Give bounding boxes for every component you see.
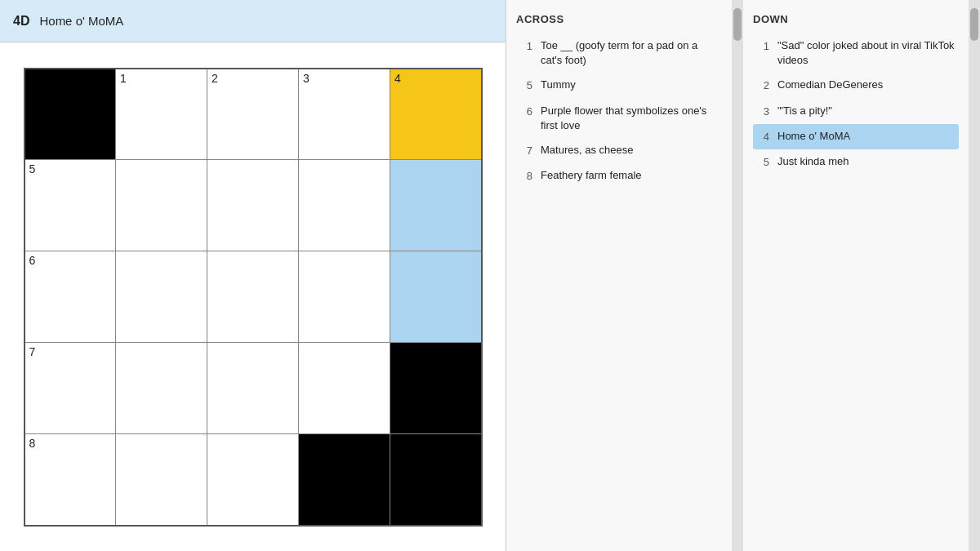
cell-1-1[interactable]	[116, 160, 207, 251]
cell-number-5: 5	[29, 163, 36, 175]
cell-3-0[interactable]: 7	[24, 343, 116, 434]
cell-number-4: 4	[394, 73, 401, 84]
across-clue-8[interactable]: 8Feathery farm female	[516, 163, 722, 189]
down-clue-num-1: 1	[756, 38, 769, 68]
cell-3-3[interactable]	[299, 343, 390, 434]
down-clue-desc-2: Comedian DeGeneres	[777, 78, 956, 93]
cell-4-3[interactable]	[299, 434, 390, 526]
cell-3-1[interactable]	[116, 343, 207, 434]
cell-0-4[interactable]: 4	[390, 69, 482, 160]
down-title: DOWN	[753, 13, 959, 25]
across-clue-desc-6: Purple flower that symbolizes one's firs…	[541, 104, 719, 133]
across-scrollbar[interactable]	[732, 0, 743, 551]
across-clue-num-7: 7	[519, 143, 532, 158]
cell-number-3: 3	[303, 73, 310, 84]
cell-0-1[interactable]: 1	[116, 69, 207, 160]
cell-2-3[interactable]	[299, 251, 390, 343]
across-clue-5[interactable]: 5Tummy	[516, 73, 722, 98]
cell-4-2[interactable]	[207, 434, 299, 526]
down-clue-desc-3: "'Tis a pity!"	[777, 104, 956, 119]
crossword-grid[interactable]: 12345678	[24, 68, 483, 527]
right-panels: ACROSS 1Toe __ (goofy term for a pad on …	[506, 0, 980, 551]
down-clue-1[interactable]: 1"Sad" color joked about in viral TikTok…	[753, 33, 959, 73]
cell-4-1[interactable]	[116, 434, 207, 526]
down-clue-num-3: 3	[756, 104, 769, 119]
cell-3-4[interactable]	[390, 343, 482, 434]
cell-1-2[interactable]	[207, 160, 299, 251]
down-scroll-thumb	[970, 8, 978, 41]
cell-2-4[interactable]	[390, 251, 482, 343]
cell-0-2[interactable]: 2	[207, 69, 299, 160]
cell-2-0[interactable]: 6	[24, 251, 116, 343]
cell-2-1[interactable]	[116, 251, 207, 343]
cell-0-0[interactable]	[24, 69, 116, 160]
cell-number-6: 6	[29, 255, 36, 266]
cell-1-3[interactable]	[299, 160, 390, 251]
across-title: ACROSS	[516, 13, 722, 25]
down-clue-3[interactable]: 3"'Tis a pity!"	[753, 99, 959, 124]
across-clue-desc-5: Tummy	[541, 78, 719, 93]
cell-4-4[interactable]	[390, 434, 482, 526]
cell-0-3[interactable]: 3	[299, 69, 390, 160]
cell-3-2[interactable]	[207, 343, 299, 434]
cell-number-7: 7	[29, 346, 36, 358]
down-clue-desc-5: Just kinda meh	[777, 154, 956, 170]
across-clue-num-5: 5	[519, 78, 532, 93]
across-clue-list: 1Toe __ (goofy term for a pad on a cat's…	[516, 33, 722, 538]
cell-number-2: 2	[212, 73, 218, 84]
active-clue-header: 4D Home o' MoMA	[0, 0, 506, 42]
down-clue-list: 1"Sad" color joked about in viral TikTok…	[753, 33, 959, 538]
down-clue-desc-4: Home o' MoMA	[777, 129, 956, 144]
across-clue-num-8: 8	[519, 168, 532, 184]
across-clue-6[interactable]: 6Purple flower that symbolizes one's fir…	[516, 99, 722, 138]
down-clue-num-4: 4	[756, 129, 769, 144]
left-panel: 4D Home o' MoMA 12345678	[0, 0, 506, 551]
cell-1-0[interactable]: 5	[24, 160, 116, 251]
across-clue-7[interactable]: 7Matures, as cheese	[516, 138, 722, 163]
down-clue-num-5: 5	[756, 154, 769, 170]
grid-container: 12345678	[0, 42, 506, 551]
across-clue-desc-8: Feathery farm female	[541, 168, 719, 184]
down-clue-2[interactable]: 2Comedian DeGeneres	[753, 73, 959, 98]
down-clue-num-2: 2	[756, 78, 769, 93]
active-clue-number: 4D	[13, 14, 29, 29]
cell-number-1: 1	[120, 73, 127, 84]
across-clue-1[interactable]: 1Toe __ (goofy term for a pad on a cat's…	[516, 33, 722, 73]
down-clue-5[interactable]: 5Just kinda meh	[753, 149, 959, 175]
cell-4-0[interactable]: 8	[24, 434, 116, 526]
across-clue-desc-7: Matures, as cheese	[541, 143, 719, 158]
cell-number-8: 8	[29, 438, 36, 449]
down-clue-4[interactable]: 4Home o' MoMA	[753, 124, 959, 149]
across-scroll-thumb	[733, 8, 742, 41]
down-clue-desc-1: "Sad" color joked about in viral TikTok …	[777, 38, 956, 68]
active-clue-text: Home o' MoMA	[39, 14, 123, 28]
across-section: ACROSS 1Toe __ (goofy term for a pad on …	[506, 0, 732, 551]
across-clue-num-6: 6	[519, 104, 532, 133]
across-clue-num-1: 1	[519, 38, 532, 68]
down-section: DOWN 1"Sad" color joked about in viral T…	[743, 0, 969, 551]
across-clue-desc-1: Toe __ (goofy term for a pad on a cat's …	[541, 38, 719, 68]
cell-1-4[interactable]	[390, 160, 482, 251]
cell-2-2[interactable]	[207, 251, 299, 343]
down-scrollbar[interactable]	[969, 0, 980, 551]
